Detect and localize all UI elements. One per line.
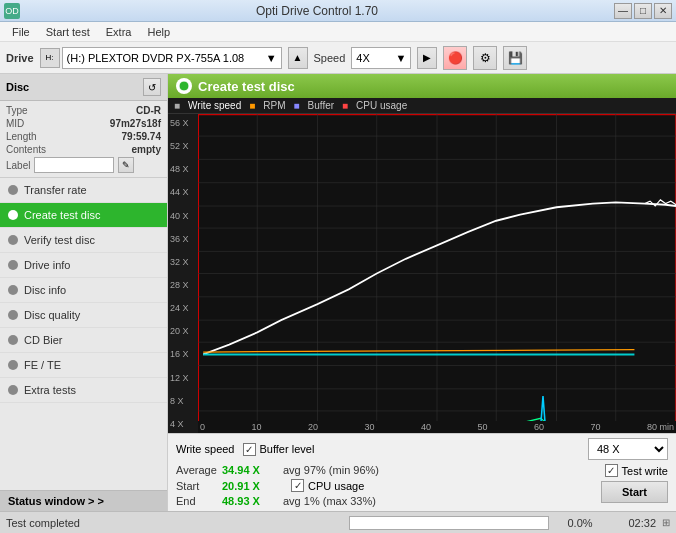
speed-arrow-button[interactable]: ▶ (417, 47, 437, 69)
controls-row1: Write speed ✓ Buffer level 48 X 40 X 32 … (176, 438, 668, 460)
nav-drive-info[interactable]: Drive info (0, 253, 167, 278)
status-window-button[interactable]: Status window > > (0, 490, 167, 511)
nav-label: FE / TE (24, 359, 61, 371)
drive-dropdown[interactable]: (H:) PLEXTOR DVDR PX-755A 1.08 ▼ (62, 47, 282, 69)
nav-dot (8, 260, 18, 270)
chart-body: 56 X 52 X 48 X 44 X 40 X 36 X 32 X 28 X … (168, 114, 676, 433)
drive-select-group: H: (H:) PLEXTOR DVDR PX-755A 1.08 ▼ (40, 47, 282, 69)
test-write-label: Test write (622, 465, 668, 477)
menu-help[interactable]: Help (139, 24, 178, 40)
toolbar-btn-2[interactable]: ⚙ (473, 46, 497, 70)
progress-bar-container (349, 516, 549, 530)
menubar: File Start test Extra Help (0, 22, 676, 42)
controls-row2: Average 34.94 X avg 97% (min 96%) Start … (176, 464, 668, 507)
sidebar-nav: Transfer rate Create test disc Verify te… (0, 178, 167, 490)
nav-transfer-rate[interactable]: Transfer rate (0, 178, 167, 203)
disc-mid-row: MID 97m27s18f (6, 118, 161, 129)
disc-refresh-button[interactable]: ↺ (143, 78, 161, 96)
time-display: 02:32 (611, 517, 656, 529)
nav-label: Disc info (24, 284, 66, 296)
maximize-button[interactable]: □ (634, 3, 652, 19)
nav-disc-quality[interactable]: Disc quality (0, 303, 167, 328)
nav-label: CD Bier (24, 334, 63, 346)
disc-label-row: Label ✎ (6, 157, 161, 173)
disc-length-row: Length 79:59.74 (6, 131, 161, 142)
average-row: Average 34.94 X avg 97% (min 96%) (176, 464, 593, 476)
nav-extra-tests[interactable]: Extra tests (0, 378, 167, 403)
menu-extra[interactable]: Extra (98, 24, 140, 40)
cpu-usage-checkbox[interactable]: ✓ (291, 479, 304, 492)
disc-label-input[interactable] (34, 157, 114, 173)
speed-select[interactable]: 48 X 40 X 32 X (588, 438, 668, 460)
content-title: Create test disc (198, 79, 295, 94)
cpu-usage-checkbox-row: ✓ CPU usage (291, 479, 364, 492)
disc-label-button[interactable]: ✎ (118, 157, 134, 173)
nav-label: Transfer rate (24, 184, 87, 196)
chart-area: ■ Write speed ■ RPM ■ Buffer ■ CPU usage… (168, 98, 676, 433)
close-button[interactable]: ✕ (654, 3, 672, 19)
content-area: Create test disc ■ Write speed ■ RPM ■ B… (168, 74, 676, 511)
legend-write-speed: Write speed (188, 100, 241, 111)
status-text: Test completed (6, 517, 343, 529)
test-write-checkbox-row: ✓ Test write (605, 464, 668, 477)
toolbar-btn-1[interactable]: 🔴 (443, 46, 467, 70)
svg-point-0 (179, 81, 189, 91)
nav-create-test-disc[interactable]: Create test disc (0, 203, 167, 228)
nav-dot (8, 185, 18, 195)
disc-info-panel: Type CD-R MID 97m27s18f Length 79:59.74 … (0, 101, 167, 178)
nav-dot (8, 235, 18, 245)
legend-buffer: Buffer (308, 100, 335, 111)
nav-label: Drive info (24, 259, 70, 271)
buffer-level-label: Buffer level (260, 443, 315, 455)
nav-label: Disc quality (24, 309, 80, 321)
menu-start-test[interactable]: Start test (38, 24, 98, 40)
write-speed-label: Write speed (176, 443, 235, 455)
nav-dot (8, 335, 18, 345)
test-write-checkbox[interactable]: ✓ (605, 464, 618, 477)
nav-dot-active (8, 210, 18, 220)
minimize-button[interactable]: — (614, 3, 632, 19)
buffer-level-checkbox[interactable]: ✓ (243, 443, 256, 456)
titlebar-buttons: — □ ✕ (614, 3, 672, 19)
nav-cd-bier[interactable]: CD Bier (0, 328, 167, 353)
speed-label: Speed (314, 52, 346, 64)
nav-label: Create test disc (24, 209, 100, 221)
toolbar-btn-save[interactable]: 💾 (503, 46, 527, 70)
drive-icon: H: (40, 48, 60, 68)
statusbar: Test completed 0.0% 02:32 ⊞ (0, 511, 676, 533)
menu-file[interactable]: File (4, 24, 38, 40)
start-row: Start 20.91 X ✓ CPU usage (176, 479, 593, 492)
main-layout: Disc ↺ Type CD-R MID 97m27s18f Length 79… (0, 74, 676, 511)
x-axis: 0 10 20 30 40 50 60 70 80 min (198, 421, 676, 433)
speed-dropdown[interactable]: 4X ▼ (351, 47, 411, 69)
nav-label: Extra tests (24, 384, 76, 396)
cpu-usage-label: CPU usage (308, 480, 364, 492)
chart-svg (198, 114, 676, 433)
titlebar: OD Opti Drive Control 1.70 — □ ✕ (0, 0, 676, 22)
resize-handle[interactable]: ⊞ (662, 517, 670, 528)
chart-legend: ■ Write speed ■ RPM ■ Buffer ■ CPU usage (168, 98, 676, 114)
start-button[interactable]: Start (601, 481, 668, 503)
nav-fe-te[interactable]: FE / TE (0, 353, 167, 378)
nav-dot (8, 285, 18, 295)
y-axis: 56 X 52 X 48 X 44 X 40 X 36 X 32 X 28 X … (168, 114, 198, 433)
content-header-icon (176, 78, 192, 94)
nav-dot (8, 385, 18, 395)
content-header: Create test disc (168, 74, 676, 98)
drive-label: Drive (6, 52, 34, 64)
app-icon: OD (4, 3, 20, 19)
nav-dot (8, 360, 18, 370)
drive-eject-button[interactable]: ▲ (288, 47, 308, 69)
legend-rpm: RPM (263, 100, 285, 111)
window-title: Opti Drive Control 1.70 (20, 4, 614, 18)
bottom-controls: Write speed ✓ Buffer level 48 X 40 X 32 … (168, 433, 676, 511)
nav-disc-info[interactable]: Disc info (0, 278, 167, 303)
end-row: End 48.93 X avg 1% (max 33%) (176, 495, 593, 507)
buffer-level-checkbox-row: ✓ Buffer level (243, 443, 315, 456)
disc-type-row: Type CD-R (6, 105, 161, 116)
chart-canvas: 0 10 20 30 40 50 60 70 80 min (198, 114, 676, 433)
disc-contents-row: Contents empty (6, 144, 161, 155)
sidebar: Disc ↺ Type CD-R MID 97m27s18f Length 79… (0, 74, 168, 511)
nav-verify-test-disc[interactable]: Verify test disc (0, 228, 167, 253)
disc-header: Disc ↺ (0, 74, 167, 101)
